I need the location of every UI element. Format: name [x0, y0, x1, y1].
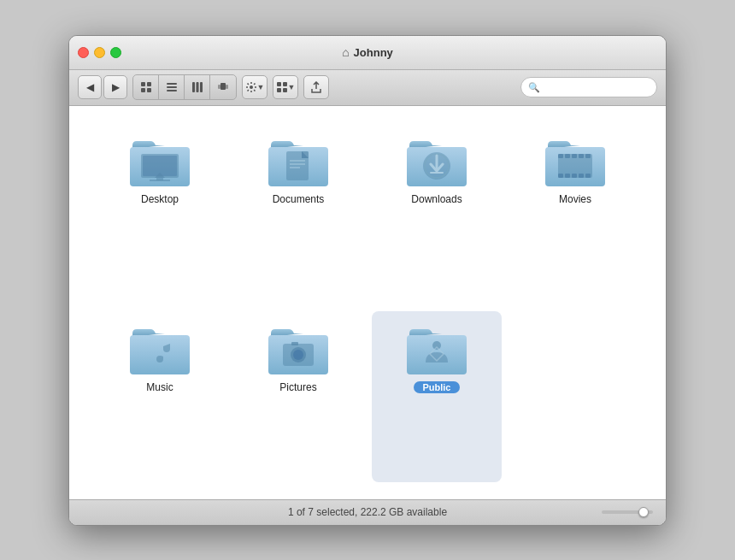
svg-rect-36 [558, 154, 563, 158]
svg-rect-46 [130, 335, 190, 374]
slider-thumb[interactable] [638, 507, 649, 517]
svg-rect-1 [147, 82, 151, 86]
folder-item-public[interactable]: Public [372, 311, 502, 482]
folder-item-desktop[interactable]: Desktop [95, 123, 225, 294]
zoom-slider[interactable] [602, 510, 653, 514]
folder-item-downloads[interactable]: Downloads [372, 123, 502, 294]
svg-rect-41 [558, 174, 563, 178]
svg-rect-42 [565, 174, 570, 178]
titlebar: ⌂ Johnny [69, 36, 666, 70]
svg-point-53 [432, 341, 441, 350]
folder-label-documents: Documents [273, 193, 325, 205]
folder-label-music: Music [146, 381, 173, 393]
svg-rect-25 [302, 151, 309, 158]
svg-rect-40 [585, 154, 591, 158]
toolbar: ◀ ▶ [69, 70, 666, 106]
minimize-button[interactable] [94, 47, 105, 58]
coverflow-view-button[interactable] [210, 75, 236, 99]
folder-music-icon [126, 318, 194, 376]
search-icon: 🔍 [528, 82, 540, 93]
folder-label-pictures: Pictures [279, 381, 316, 393]
slider-track [602, 510, 653, 514]
close-button[interactable] [78, 47, 89, 58]
svg-rect-7 [192, 82, 195, 92]
statusbar-text: 1 of 7 selected, 222.2 GB available [288, 506, 447, 518]
main-content: Desktop Documents [69, 106, 666, 499]
folder-grid: Desktop Documents [95, 123, 640, 482]
share-button[interactable] [303, 75, 329, 99]
svg-rect-51 [291, 342, 298, 345]
folder-item-movies[interactable]: Movies [510, 123, 640, 294]
svg-rect-45 [585, 174, 591, 178]
statusbar: 1 of 7 selected, 222.2 GB available [69, 499, 666, 525]
svg-rect-43 [572, 174, 577, 178]
folder-movies-icon [541, 130, 609, 188]
traffic-lights [78, 47, 121, 58]
svg-rect-37 [565, 154, 570, 158]
folder-desktop-icon [126, 130, 194, 188]
svg-rect-5 [167, 86, 177, 88]
icon-view-button[interactable] [133, 75, 159, 99]
svg-point-50 [293, 350, 303, 360]
list-view-button[interactable] [159, 75, 185, 99]
folder-label-desktop: Desktop [141, 193, 179, 205]
folder-documents-icon [264, 130, 332, 188]
view-switcher [132, 74, 237, 100]
svg-rect-8 [196, 82, 198, 92]
home-icon: ⌂ [342, 45, 349, 59]
folder-item-documents[interactable]: Documents [233, 123, 363, 294]
svg-rect-11 [218, 85, 220, 89]
svg-rect-39 [579, 154, 584, 158]
back-button[interactable]: ◀ [78, 75, 102, 99]
svg-point-13 [250, 85, 253, 89]
folder-label-public: Public [414, 381, 459, 393]
folder-label-downloads: Downloads [411, 193, 462, 205]
svg-rect-44 [579, 174, 584, 178]
arrange-button[interactable]: ▼ [273, 75, 298, 99]
folder-label-movies: Movies [559, 193, 591, 205]
svg-rect-17 [283, 88, 287, 92]
svg-rect-3 [147, 88, 151, 92]
title-text: Johnny [354, 46, 393, 59]
forward-button[interactable]: ▶ [103, 75, 127, 99]
search-box[interactable]: 🔍 [520, 77, 657, 97]
window-title: ⌂ Johnny [342, 45, 393, 59]
folder-public-icon [403, 318, 471, 376]
svg-rect-14 [277, 82, 281, 86]
svg-rect-6 [167, 90, 177, 91]
column-view-button[interactable] [185, 75, 210, 99]
svg-rect-12 [226, 85, 228, 89]
svg-rect-2 [141, 88, 145, 92]
folder-item-pictures[interactable]: Pictures [233, 311, 363, 482]
folder-pictures-icon [264, 318, 332, 376]
finder-window: ⌂ Johnny ◀ ▶ [68, 35, 667, 526]
svg-rect-16 [277, 88, 281, 92]
action-button[interactable]: ▼ [242, 75, 268, 99]
svg-rect-38 [572, 154, 577, 158]
svg-rect-4 [167, 83, 177, 85]
svg-rect-10 [220, 83, 226, 90]
svg-rect-15 [283, 82, 287, 86]
folder-downloads-icon [403, 130, 471, 188]
svg-rect-0 [141, 82, 145, 86]
nav-buttons: ◀ ▶ [78, 75, 127, 99]
svg-rect-9 [200, 82, 203, 92]
maximize-button[interactable] [110, 47, 121, 58]
folder-item-music[interactable]: Music [95, 311, 225, 482]
